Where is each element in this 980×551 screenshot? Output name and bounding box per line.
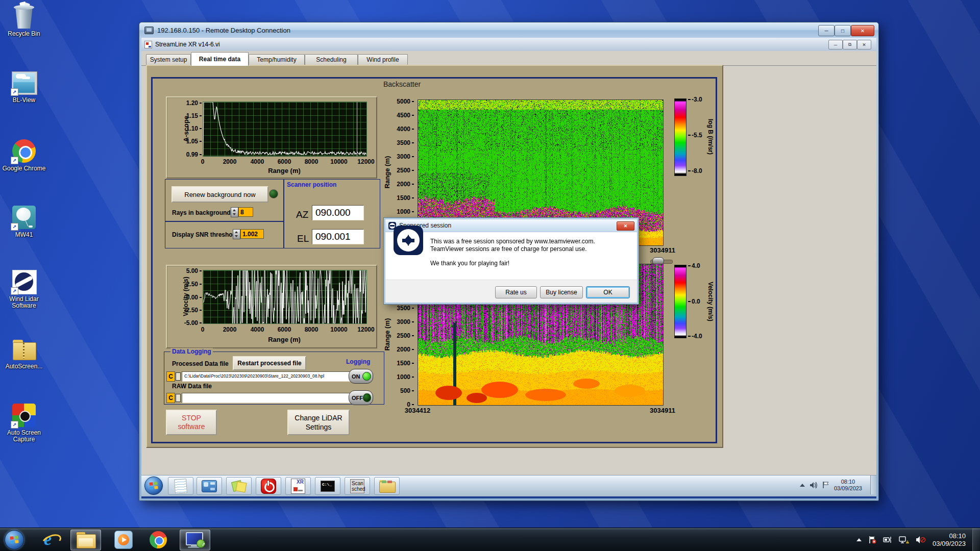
host-taskbar-explorer[interactable] bbox=[70, 530, 101, 550]
tab-real-time-data[interactable]: Real time data bbox=[191, 52, 249, 66]
remote-taskbar-display-settings[interactable] bbox=[197, 477, 222, 495]
app-minimize-button[interactable]: ─ bbox=[828, 40, 843, 49]
remote-clock[interactable]: 08:10 03/09/2023 bbox=[834, 479, 862, 492]
host-taskbar-media-player[interactable] bbox=[110, 530, 137, 549]
buy-license-button[interactable]: Buy license bbox=[540, 286, 583, 298]
snr-label: Display SNR threshold bbox=[172, 231, 238, 238]
backscatter-ylabel: Range (m) bbox=[383, 152, 391, 193]
desktop-icon-recycle-bin[interactable]: Recycle Bin bbox=[0, 4, 48, 37]
host-show-desktop-button[interactable] bbox=[972, 528, 980, 551]
tab-scheduling[interactable]: Scheduling bbox=[305, 54, 358, 65]
rdp-close-button[interactable]: ✕ bbox=[851, 25, 874, 36]
zip-folder-icon bbox=[12, 337, 36, 361]
az-value-field[interactable]: 090.000 bbox=[312, 205, 364, 220]
mw41-icon: ➚ bbox=[12, 205, 36, 230]
processed-drive-selector[interactable]: C bbox=[166, 371, 175, 382]
desktop-icon-wind-lidar[interactable]: ➚ Wind Lidar Software bbox=[0, 269, 48, 309]
chrome-icon bbox=[150, 531, 167, 548]
velocity-map-x-right: 3034911 bbox=[650, 407, 675, 414]
dialog-titlebar[interactable]: Sponsored session ✕ bbox=[385, 219, 637, 232]
raw-logging-toggle[interactable]: OFF bbox=[349, 390, 373, 405]
remote-taskbar-streamline-vi[interactable]: XR bbox=[285, 477, 311, 495]
cursor-line[interactable] bbox=[357, 102, 357, 156]
desktop-icon-google-chrome[interactable]: ➚ Google Chrome bbox=[0, 139, 48, 172]
host-start-button[interactable] bbox=[3, 530, 26, 549]
desktop-icon-label: Auto Screen Capture bbox=[0, 430, 48, 443]
velocity-plot-area bbox=[203, 270, 367, 324]
tray-expand-icon[interactable] bbox=[800, 484, 805, 487]
dialog-close-button[interactable]: ✕ bbox=[617, 221, 634, 231]
stop-software-button[interactable]: STOPsoftware bbox=[166, 410, 217, 435]
app-close-button[interactable]: ✕ bbox=[857, 40, 871, 49]
raw-drive-selector[interactable]: C bbox=[166, 393, 175, 403]
tray-expand-icon[interactable] bbox=[856, 538, 862, 541]
snr-value-field[interactable]: 1.002 bbox=[240, 229, 264, 239]
tab-bar: System setup Real time data Temp/humidit… bbox=[141, 51, 876, 66]
internet-explorer-icon: e bbox=[41, 531, 59, 549]
remote-desktop-icon: ⤤ bbox=[185, 532, 205, 549]
desktop-icon-mw41[interactable]: ➚ MW41 bbox=[0, 205, 48, 238]
remote-taskbar-scan-scheduler[interactable]: Scansched bbox=[345, 477, 370, 495]
tab-system-setup[interactable]: System setup bbox=[146, 54, 191, 65]
network-warning-icon[interactable]: ! bbox=[899, 536, 909, 544]
desktop-icon-auto-screen-capture[interactable]: ➚ Auto Screen Capture bbox=[0, 403, 48, 443]
host-taskbar-chrome[interactable] bbox=[145, 530, 172, 549]
change-lidar-settings-button[interactable]: Change LiDARSettings bbox=[287, 410, 350, 435]
el-value-field[interactable]: 090.001 bbox=[312, 229, 364, 244]
tab-wind-profile[interactable]: Wind profile bbox=[358, 54, 408, 65]
backscatter-title: Backscatter bbox=[383, 80, 421, 88]
velocity-xlabel: Range (m) bbox=[268, 336, 301, 343]
speaker-muted-icon[interactable] bbox=[916, 536, 926, 544]
velocity-colorbar-label: Velocity (m/s) bbox=[707, 278, 714, 325]
remote-taskbar-notepad[interactable] bbox=[168, 477, 193, 495]
backscatter-x-right: 3034911 bbox=[650, 246, 675, 254]
rdp-titlebar[interactable]: 192.168.0.150 - Remote Desktop Connectio… bbox=[139, 22, 878, 38]
bl-view-icon: ➚ bbox=[12, 70, 36, 95]
rdp-maximize-button[interactable]: □ bbox=[835, 25, 851, 36]
host-taskbar-remote-desktop[interactable]: ⤤ bbox=[180, 530, 210, 550]
teamviewer-dialog: Sponsored session ✕ This was a free sess… bbox=[384, 218, 639, 304]
app-titlebar[interactable]: StreamLine XR v14-6.vi ─ ⧉ ✕ bbox=[141, 38, 876, 52]
remote-taskbar-shutdown[interactable] bbox=[256, 477, 281, 495]
scanner-position-box: Scanner position AZ 090.000 EL 090.001 bbox=[283, 179, 380, 248]
rays-stepper[interactable] bbox=[231, 207, 238, 217]
desktop-icon-bl-view[interactable]: ➚ BL-View bbox=[0, 70, 48, 104]
on-led-icon bbox=[362, 372, 371, 381]
remote-taskbar-sticky-notes[interactable] bbox=[226, 477, 252, 495]
rays-value-field[interactable]: 8 bbox=[238, 207, 253, 217]
scan-scheduler-icon: Scansched bbox=[350, 479, 364, 493]
host-clock[interactable]: 08:10 03/09/2023 bbox=[933, 532, 966, 547]
desktop: Recycle Bin ➚ BL-View ➚ Google Chrome ➚ … bbox=[0, 0, 980, 551]
dialog-body-text: This was a free session sponsored by www… bbox=[430, 238, 595, 267]
rdp-minimize-button[interactable]: ─ bbox=[818, 25, 835, 36]
app-restore-button[interactable]: ⧉ bbox=[843, 40, 857, 49]
notepad-icon bbox=[174, 479, 187, 494]
snr-stepper[interactable] bbox=[233, 229, 240, 239]
speaker-icon[interactable] bbox=[810, 482, 818, 489]
remote-taskbar-command-prompt[interactable]: C:\_ bbox=[315, 477, 340, 495]
processed-logging-toggle[interactable]: ON bbox=[349, 369, 373, 384]
host-system-tray: ! 08:10 03/09/2023 bbox=[856, 528, 966, 551]
processed-path-field[interactable]: C:\Lidar\Data\Proc\2023\202309\20230903\… bbox=[182, 371, 360, 382]
restart-processed-button[interactable]: Restart processed file bbox=[233, 356, 306, 370]
remote-show-desktop-button[interactable] bbox=[870, 475, 876, 494]
action-center-flag-icon[interactable] bbox=[822, 481, 829, 489]
remote-taskbar-folder[interactable] bbox=[374, 477, 400, 495]
ascope-xlabel: Range (m) bbox=[268, 167, 301, 174]
velocity-graph: Velocity (m/s) 5.00 2.50 0.00 -2.50 -5.0… bbox=[166, 265, 377, 348]
tab-temp-humidity[interactable]: Temp/humidity bbox=[249, 54, 305, 65]
rate-us-button[interactable]: Rate us bbox=[495, 286, 537, 298]
rdp-window-title: 192.168.0.150 - Remote Desktop Connectio… bbox=[157, 27, 290, 34]
ok-button[interactable]: OK bbox=[586, 286, 630, 298]
desktop-icon-label: Google Chrome bbox=[0, 165, 48, 172]
host-taskbar-internet-explorer[interactable]: e bbox=[37, 530, 63, 549]
desktop-icon-label: BL-View bbox=[0, 97, 48, 104]
raw-path-field[interactable] bbox=[182, 393, 360, 403]
remote-start-button[interactable] bbox=[144, 477, 163, 495]
wind-lidar-icon: ➚ bbox=[12, 269, 36, 294]
power-battery-icon[interactable] bbox=[883, 536, 892, 544]
shortcut-arrow-icon: ➚ bbox=[11, 88, 18, 96]
renew-background-button[interactable]: Renew background now bbox=[172, 186, 268, 203]
action-center-flag-icon[interactable] bbox=[868, 536, 876, 544]
desktop-icon-autoscreen-zip[interactable]: AutoScreen... bbox=[0, 337, 48, 370]
